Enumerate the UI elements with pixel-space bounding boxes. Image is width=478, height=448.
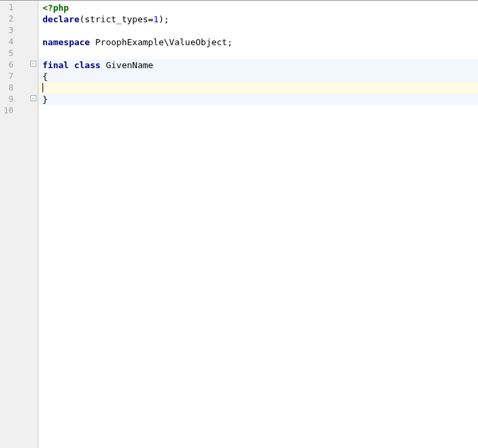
code-token: (strict_types= [80, 14, 154, 24]
code-token: declare [42, 14, 80, 24]
line-number: 3 [0, 25, 19, 36]
line-number: 1 [0, 2, 19, 13]
code-line[interactable]: final class GivenName [38, 59, 478, 71]
line-number: 2 [0, 13, 19, 25]
line-number: 6 [0, 59, 19, 71]
code-line[interactable]: declare(strict_types=1); [38, 13, 478, 25]
code-editor: 12345678910 −− <?phpdeclare(strict_types… [0, 1, 478, 448]
code-line[interactable]: { [38, 71, 478, 82]
line-number: 4 [0, 36, 19, 48]
code-area[interactable]: <?phpdeclare(strict_types=1);namespace P… [38, 1, 478, 448]
code-line[interactable]: <?php [38, 2, 478, 13]
code-token: final class [42, 60, 106, 70]
code-token: namespace [42, 37, 95, 47]
line-number: 7 [0, 71, 19, 82]
line-number-gutter: 12345678910 [0, 1, 19, 448]
text-cursor [42, 83, 43, 92]
code-line[interactable] [38, 82, 478, 94]
code-token: <?php [42, 3, 69, 13]
code-token: ); [158, 14, 169, 24]
code-token: } [42, 94, 48, 105]
fold-toggle-icon[interactable]: − [30, 61, 36, 67]
code-token: { [42, 72, 48, 82]
line-number: 5 [0, 48, 19, 59]
line-number: 9 [0, 94, 19, 105]
fold-column: −− [19, 1, 38, 448]
code-line[interactable] [38, 25, 478, 36]
line-number: 10 [0, 105, 19, 117]
code-line[interactable] [38, 105, 478, 117]
fold-toggle-icon[interactable]: − [30, 95, 36, 101]
code-line[interactable]: namespace ProophExample\ValueObject; [38, 36, 478, 48]
code-line[interactable] [38, 48, 478, 59]
line-number: 8 [0, 82, 19, 94]
code-token: ProophExample\ValueObject; [95, 37, 233, 47]
code-token: GivenName [106, 60, 153, 70]
code-line[interactable]: } [38, 94, 478, 105]
